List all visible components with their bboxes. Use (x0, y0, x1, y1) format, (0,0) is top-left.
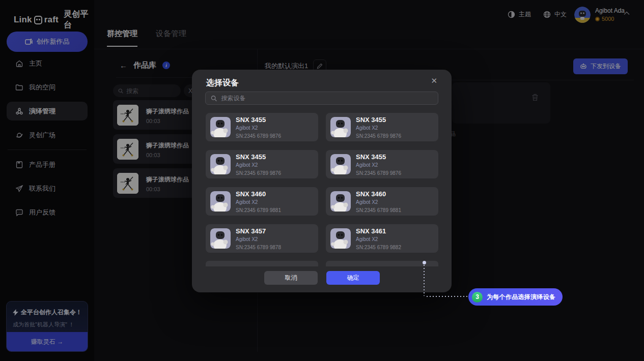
device-card[interactable]: SNX 3455Agibot X2SN:2345 6789 9876 (326, 113, 438, 141)
device-avatar (210, 191, 231, 212)
device-avatar (210, 117, 231, 137)
device-card[interactable]: SNX 3460Agibot X2SN:2345 6789 9881 (206, 187, 318, 216)
device-avatar (210, 154, 231, 174)
search-icon (211, 95, 217, 102)
device-avatar (330, 154, 351, 174)
device-card-partial (326, 261, 438, 266)
device-card-partial (206, 261, 318, 266)
device-card[interactable]: SNX 3455Agibot X2SN:2345 6789 9876 (206, 150, 318, 178)
cancel-button[interactable]: 取消 (264, 271, 318, 285)
modal-title: 选择设备 (206, 78, 239, 88)
select-device-modal: 选择设备 ✕ SNX 3455Agibot X2SN:2345 6789 987… (192, 70, 452, 292)
device-card[interactable]: SNX 3455Agibot X2SN:2345 6789 9876 (326, 150, 438, 178)
close-icon[interactable]: ✕ (431, 76, 437, 85)
device-avatar (330, 228, 351, 249)
device-avatar (330, 191, 351, 212)
device-search-input[interactable] (221, 95, 433, 102)
device-search[interactable] (205, 92, 438, 105)
device-avatar (330, 117, 351, 137)
app-root: Link raft 灵创平台 创作新作品 主页 (0, 0, 644, 361)
device-card[interactable]: SNX 3460Agibot X2SN:2345 6789 9881 (326, 187, 438, 216)
device-avatar (210, 228, 231, 249)
confirm-button[interactable]: 确定 (326, 271, 380, 285)
device-card[interactable]: SNX 3455Agibot X2SN:2345 6789 9876 (206, 113, 318, 141)
device-card[interactable]: SNX 3461Agibot X2SN:2345 6789 9882 (326, 224, 438, 253)
device-card[interactable]: SNX 3457Agibot X2SN:2345 6789 9878 (206, 224, 318, 253)
